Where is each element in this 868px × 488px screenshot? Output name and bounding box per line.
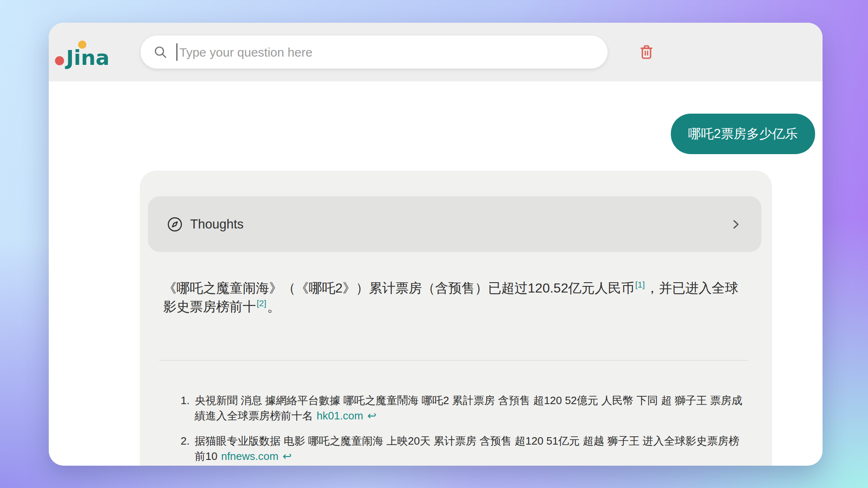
- footnote-backref-link[interactable]: ↩: [283, 450, 292, 462]
- footnotes-list: 1.央視新聞 消息 據網絡平台數據 哪吒之魔童鬧海 哪吒2 累計票房 含預售 超…: [181, 393, 746, 466]
- user-question-bubble: 哪吒2票房多少亿乐: [671, 114, 815, 154]
- footnote-source-link[interactable]: hk01.com: [317, 409, 363, 422]
- footnote-marker: 2.: [181, 433, 190, 449]
- citation-1[interactable]: [1]: [635, 280, 645, 289]
- footnote-backref-link[interactable]: ↩: [367, 409, 377, 422]
- logo-red-dot: [55, 56, 64, 65]
- chevron-right-icon[interactable]: [729, 218, 742, 231]
- trash-icon: [639, 44, 653, 60]
- jina-logo-text: Jina: [65, 46, 110, 70]
- search-icon: [153, 45, 168, 60]
- citation-2[interactable]: [2]: [257, 298, 266, 308]
- footnote-marker: 1.: [181, 393, 190, 408]
- compass-icon: [167, 217, 183, 232]
- search-bar[interactable]: [141, 36, 608, 69]
- answer-panel: Thoughts 《哪吒之魔童闹海》（《哪吒2》）累计票房（含预售）已超过120…: [140, 171, 772, 466]
- answer-segment: 。: [267, 299, 280, 314]
- text-caret: [176, 43, 177, 61]
- search-input[interactable]: [179, 36, 595, 69]
- app-header: Jina: [49, 23, 823, 81]
- app-card: Jina 哪吒2票房多少亿乐: [49, 23, 823, 466]
- clear-history-button[interactable]: [634, 40, 659, 64]
- logo-yellow-dot: [78, 40, 86, 49]
- divider: [159, 360, 748, 361]
- footnote-item: 1.央視新聞 消息 據網絡平台數據 哪吒之魔童鬧海 哪吒2 累計票房 含預售 超…: [181, 393, 746, 424]
- footnote-source-link[interactable]: nfnews.com: [221, 450, 279, 462]
- footnote-text: 央視新聞 消息 據網絡平台數據 哪吒之魔童鬧海 哪吒2 累計票房 含預售 超12…: [195, 394, 742, 422]
- thoughts-label: Thoughts: [190, 217, 243, 232]
- footnote-item: 2.据猫眼专业版数据 电影 哪吒之魔童闹海 上映20天 累计票房 含预售 超12…: [181, 433, 746, 464]
- jina-logo: Jina: [54, 33, 124, 71]
- answer-segment: 《哪吒之魔童闹海》（《哪吒2》）累计票房（含预售）已超过120.52亿元人民币: [163, 281, 634, 295]
- answer-text: 《哪吒之魔童闹海》（《哪吒2》）累计票房（含预售）已超过120.52亿元人民币[…: [163, 279, 747, 316]
- thoughts-toggle[interactable]: Thoughts: [148, 196, 761, 252]
